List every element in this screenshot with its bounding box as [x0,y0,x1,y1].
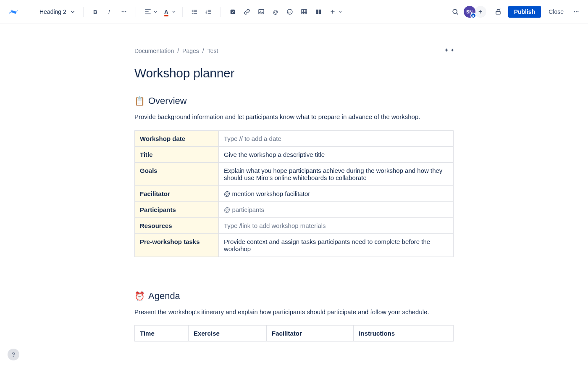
row-value[interactable]: @ participants [219,201,454,217]
table-row[interactable]: Participants@ participants [135,201,454,217]
breadcrumb-separator: / [202,48,204,54]
insert-more-button[interactable] [326,5,339,19]
emoji-button[interactable] [283,5,297,19]
svg-rect-8 [194,11,197,12]
clipboard-icon: 📋 [134,96,145,106]
svg-rect-12 [208,10,211,11]
table-row[interactable]: GoalsExplain what you hope participants … [135,162,454,185]
svg-rect-16 [208,13,211,14]
help-button[interactable]: ? [8,349,19,360]
svg-rect-18 [259,10,264,14]
align-button[interactable] [141,5,155,19]
more-actions-button[interactable] [570,5,583,19]
page-title[interactable]: Workshop planner [134,66,454,80]
row-value[interactable]: Type // to add a date [219,130,454,146]
user-avatar[interactable]: SN s [464,6,475,18]
chevron-down-icon [172,10,176,13]
svg-point-3 [123,11,125,13]
heading-text: Overview [148,95,187,106]
toolbar-divider [136,7,136,17]
breadcrumb-item[interactable]: Documentation [134,48,174,54]
block-type-select[interactable]: Heading 2 [36,6,78,18]
svg-rect-28 [496,11,500,14]
row-value[interactable]: Type /link to add workshop materials [219,217,454,233]
table-row[interactable]: Workshop dateType // to add a date [135,130,454,146]
column-header[interactable]: Exercise [189,326,267,342]
confluence-logo[interactable] [5,3,22,20]
editor-toolbar: Heading 2 B I A 123 @ S [0,0,588,24]
overview-table[interactable]: Workshop dateType // to add a dateTitleG… [134,130,454,257]
svg-text:@: @ [273,9,278,15]
table-row[interactable]: Pre-workshop tasksProvide context and as… [135,233,454,257]
table-row[interactable]: Facilitator@ mention workshop facilitato… [135,185,454,201]
column-header[interactable]: Instructions [354,326,454,342]
svg-rect-14 [208,11,211,12]
image-button[interactable] [255,5,268,19]
breadcrumb: Documentation / Pages / Test [134,48,218,54]
overview-description[interactable]: Provide background information and let p… [134,112,454,122]
agenda-table[interactable]: TimeExerciseFacilitatorInstructions [134,325,454,342]
row-value[interactable]: @ mention workshop facilitator [219,185,454,201]
row-label[interactable]: Participants [135,201,219,217]
text-color-button[interactable]: A [160,5,173,19]
row-label[interactable]: Goals [135,162,219,185]
agenda-heading[interactable]: ⏰ Agenda [134,291,454,302]
row-label[interactable]: Resources [135,217,219,233]
more-formatting-button[interactable] [117,5,131,19]
heading-text: Agenda [148,291,180,302]
numbered-list-button[interactable]: 123 [202,5,215,19]
svg-point-27 [453,9,457,13]
invite-button[interactable]: + [475,6,486,18]
row-label[interactable]: Facilitator [135,185,219,201]
bullet-list-button[interactable] [188,5,201,19]
svg-rect-24 [302,10,307,14]
toolbar-divider [220,7,221,17]
row-value[interactable]: Provide context and assign tasks partici… [219,233,454,257]
action-item-button[interactable] [226,5,239,19]
table-row[interactable]: ResourcesType /link to add workshop mate… [135,217,454,233]
row-label[interactable]: Pre-workshop tasks [135,233,219,257]
chevron-down-icon [339,10,342,13]
svg-point-5 [192,10,193,11]
agenda-description[interactable]: Present the workshop's itinerary and exp… [134,307,454,317]
table-row[interactable]: TitleGive the workshop a descriptive tit… [135,146,454,162]
column-header[interactable]: Time [135,326,189,342]
svg-point-31 [578,11,579,13]
toolbar-divider [182,7,183,17]
breadcrumb-separator: / [177,48,179,54]
page-width-toggle[interactable] [445,47,454,54]
breadcrumb-item[interactable]: Test [207,48,218,54]
link-button[interactable] [240,5,254,19]
svg-rect-10 [194,13,197,14]
publish-button[interactable]: Publish [508,6,541,18]
find-replace-button[interactable] [449,5,462,19]
avatar-badge: s [470,13,476,19]
overview-heading[interactable]: 📋 Overview [134,95,454,106]
svg-point-23 [291,11,291,12]
mention-button[interactable]: @ [269,5,282,19]
page-content[interactable]: Documentation / Pages / Test Workshop pl… [134,24,454,368]
layouts-button[interactable] [312,5,325,19]
svg-rect-25 [316,10,318,14]
chevron-down-icon [154,10,157,13]
column-header[interactable]: Facilitator [267,326,354,342]
close-button[interactable]: Close [544,6,568,18]
toolbar-divider [83,7,84,17]
bold-button[interactable]: B [89,5,102,19]
svg-point-4 [125,11,126,13]
svg-point-21 [287,9,292,14]
table-button[interactable] [297,5,311,19]
italic-button[interactable]: I [103,5,116,19]
breadcrumb-item[interactable]: Pages [182,48,199,54]
restrictions-button[interactable] [491,5,505,19]
row-label[interactable]: Workshop date [135,130,219,146]
row-value[interactable]: Explain what you hope participants achie… [219,162,454,185]
row-label[interactable]: Title [135,146,219,162]
svg-point-7 [192,11,193,12]
block-type-label: Heading 2 [39,8,66,15]
clock-icon: ⏰ [134,291,145,301]
chevron-down-icon [71,10,75,14]
svg-point-2 [122,11,123,13]
row-value[interactable]: Give the workshop a descriptive title [219,146,454,162]
svg-text:I: I [108,9,110,15]
